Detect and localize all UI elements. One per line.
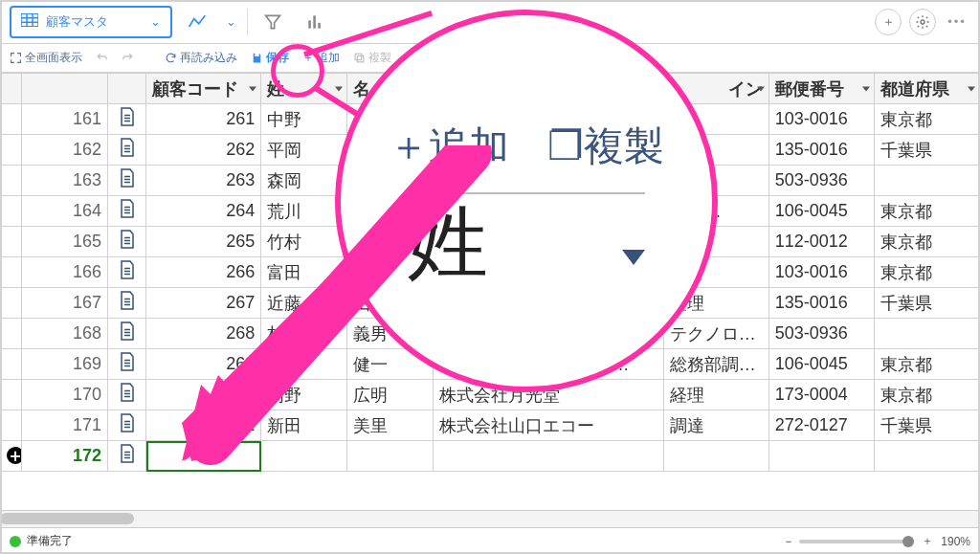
cell-pref[interactable]: 千葉県 xyxy=(874,135,979,166)
header-pref[interactable]: 都道府県 xyxy=(874,74,979,104)
cell-zip[interactable]: 103-0016 xyxy=(768,104,874,135)
cell-pref[interactable]: 東京都 xyxy=(874,104,979,135)
cell-dept[interactable]: ロ… xyxy=(663,166,768,196)
cell-zip[interactable]: 135-0016 xyxy=(768,288,874,319)
cell-zip[interactable]: 272-0127 xyxy=(768,410,874,441)
cell-code[interactable]: 261 xyxy=(146,104,261,135)
row-number: 168 xyxy=(22,319,108,349)
duplicate-button[interactable]: 複製 xyxy=(353,50,391,66)
zoom-slider[interactable] xyxy=(799,540,914,543)
chart-line-button[interactable] xyxy=(180,6,214,38)
scrollbar-thumb[interactable] xyxy=(0,513,134,524)
cell-pref[interactable]: 東京都 xyxy=(874,196,979,227)
svg-rect-10 xyxy=(357,55,364,62)
cell-dept[interactable] xyxy=(663,227,768,257)
row-number: 166 xyxy=(22,257,108,288)
cell-zip[interactable] xyxy=(768,441,874,472)
cell-pref[interactable] xyxy=(874,319,979,349)
cell-sei[interactable]: 中野 xyxy=(261,104,347,135)
more-menu-button[interactable]: ••• xyxy=(944,9,970,35)
row-number: 171 xyxy=(22,410,108,441)
cell-dept[interactable]: 総務部調… xyxy=(663,349,768,380)
master-table-selector[interactable]: 顧客マスタ ⌄ xyxy=(10,6,172,38)
row-number: 169 xyxy=(22,349,108,380)
add-row-plus-button[interactable]: ＋ xyxy=(7,447,22,464)
header-rownum xyxy=(22,74,108,104)
second-toolbar: 全画面表示 再読み込み 保存 ＋追加 複製 削除 xyxy=(0,44,980,73)
cell-dept[interactable]: 経営 xyxy=(663,257,768,288)
document-icon[interactable] xyxy=(119,173,136,192)
cell-zip[interactable]: 503-0936 xyxy=(768,166,874,196)
cell-pref[interactable]: 千葉県 xyxy=(874,410,979,441)
reload-label: 再読み込み xyxy=(180,50,237,66)
toolbar-divider xyxy=(247,9,248,35)
table-row[interactable]: 161261中野季雄103-0016東京都 xyxy=(1,104,980,135)
cell-pref[interactable]: 東京都 xyxy=(874,380,979,410)
cell-zip[interactable]: 103-0016 xyxy=(768,257,874,288)
document-icon[interactable] xyxy=(119,357,136,376)
status-ok-icon xyxy=(10,536,21,547)
document-icon[interactable] xyxy=(119,296,136,315)
cell-zip[interactable]: 135-0016 xyxy=(768,135,874,166)
row-number: 170 xyxy=(22,380,108,410)
document-icon[interactable] xyxy=(119,388,136,407)
search-button[interactable] xyxy=(457,52,469,64)
cell-dept[interactable] xyxy=(663,104,768,135)
fullscreen-button[interactable]: 全画面表示 xyxy=(10,50,82,66)
filter-button[interactable] xyxy=(256,6,290,38)
cell-pref[interactable]: 東京都 xyxy=(874,349,979,380)
cell-pref[interactable]: 東京都 xyxy=(874,227,979,257)
row-number: 163 xyxy=(22,166,108,196)
header-mei[interactable]: 名 xyxy=(347,74,434,104)
undo-button[interactable] xyxy=(96,52,108,64)
header-row: 顧客コード 姓 名 客名 イン 郵便番号 都道府県 xyxy=(1,74,980,104)
svg-rect-6 xyxy=(308,20,311,28)
zoom-in-button[interactable]: ＋ xyxy=(922,533,933,549)
document-icon[interactable] xyxy=(119,449,136,468)
document-icon[interactable] xyxy=(119,326,136,345)
horizontal-scrollbar[interactable] xyxy=(0,510,980,527)
document-icon[interactable] xyxy=(119,143,136,162)
bar-chart-button[interactable] xyxy=(298,6,332,38)
header-code[interactable]: 顧客コード xyxy=(146,74,261,104)
delete-label: 削除 xyxy=(420,50,443,66)
add-view-button[interactable]: ＋ xyxy=(875,9,902,35)
row-number: 161 xyxy=(22,104,108,135)
cell-zip[interactable]: 112-0012 xyxy=(768,227,874,257)
cell-dept[interactable] xyxy=(663,135,768,166)
cell-zip[interactable]: 106-0045 xyxy=(768,349,874,380)
settings-button[interactable] xyxy=(909,9,936,35)
cell-zip[interactable]: 106-0045 xyxy=(768,196,874,227)
cell-company[interactable] xyxy=(434,104,663,135)
header-zip[interactable]: 郵便番号 xyxy=(768,74,874,104)
chart-dropdown[interactable]: ⌄ xyxy=(222,6,239,38)
delete-button[interactable]: 削除 xyxy=(405,50,443,66)
zoom-out-button[interactable]: − xyxy=(785,535,791,548)
redo-button[interactable] xyxy=(122,52,134,64)
cell-dept[interactable]: テクノロ… xyxy=(663,319,768,349)
cell-pref[interactable]: 東京都 xyxy=(874,257,979,288)
cell-dept[interactable]: 部調… xyxy=(663,196,768,227)
chevron-down-icon: ⌄ xyxy=(150,14,161,29)
document-icon[interactable] xyxy=(119,112,136,131)
document-icon[interactable] xyxy=(119,265,136,284)
document-icon[interactable] xyxy=(119,204,136,223)
cell-dept[interactable]: 調達 xyxy=(663,410,768,441)
cell-zip[interactable]: 503-0936 xyxy=(768,319,874,349)
svg-rect-8 xyxy=(318,22,321,28)
cell-zip[interactable]: 173-0004 xyxy=(768,380,874,410)
header-company[interactable]: 客名 xyxy=(434,74,663,104)
cell-pref[interactable]: 千葉県 xyxy=(874,288,979,319)
document-icon[interactable] xyxy=(119,234,136,254)
cell-pref[interactable] xyxy=(874,166,979,196)
cell-dept[interactable]: 経理 xyxy=(663,288,768,319)
top-toolbar: 顧客マスタ ⌄ ⌄ ＋ ••• xyxy=(0,0,980,44)
cell-dept[interactable] xyxy=(663,441,768,472)
svg-marker-5 xyxy=(266,15,280,28)
reload-button[interactable]: 再読み込み xyxy=(165,50,237,66)
header-dept[interactable]: イン xyxy=(663,74,768,104)
cell-pref[interactable] xyxy=(874,441,979,472)
cell-dept[interactable]: 経理 xyxy=(663,380,768,410)
document-icon[interactable] xyxy=(119,418,136,437)
fullscreen-label: 全画面表示 xyxy=(25,50,82,66)
